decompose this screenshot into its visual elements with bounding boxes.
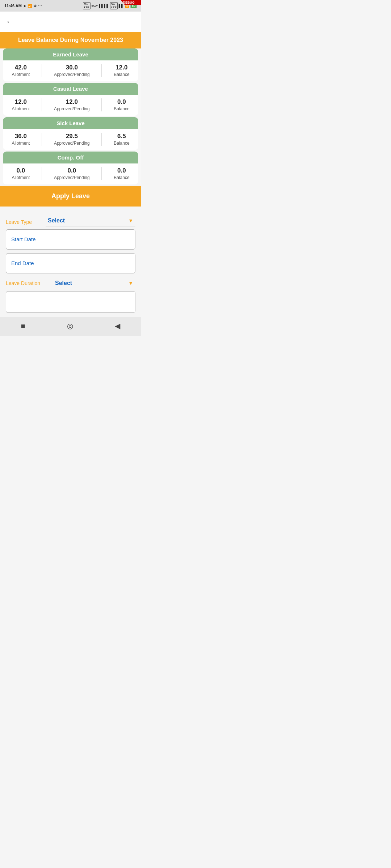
balance-section-header: Leave Balance During November 2023 bbox=[0, 32, 141, 48]
comp-off-stats: 0.0 Allotment 0.0 Approved/Pending 0.0 B… bbox=[3, 163, 138, 184]
earned-leave-stats: 42.0 Allotment 30.0 Approved/Pending 12.… bbox=[3, 60, 138, 81]
more-icon: ··· bbox=[38, 4, 42, 8]
sick-allotment: 36.0 Allotment bbox=[12, 133, 30, 146]
earned-balance: 12.0 Balance bbox=[114, 64, 129, 77]
start-date-placeholder: Start Date bbox=[11, 236, 36, 242]
status-bar: 11:46 AM ➤ 📶 ⚙ ··· VoLTE 5G+ ▌▌▌▌ VoLTE … bbox=[0, 0, 141, 12]
signal-bars: ▌▌▌▌ bbox=[99, 4, 109, 8]
casual-balance: 0.0 Balance bbox=[114, 98, 129, 111]
settings-icon: ⚙ bbox=[33, 4, 37, 8]
sick-leave-card: Sick Leave 36.0 Allotment 29.5 Approved/… bbox=[3, 117, 138, 150]
remarks-input[interactable] bbox=[6, 291, 135, 313]
leave-type-dropdown-icon: ▼ bbox=[128, 218, 133, 224]
earned-leave-card: Earned Leave 42.0 Allotment 30.0 Approve… bbox=[3, 48, 138, 81]
casual-allotment: 12.0 Allotment bbox=[12, 98, 30, 111]
wifi-icon: 📶 bbox=[28, 4, 32, 8]
comp-off-card: Comp. Off 0.0 Allotment 0.0 Approved/Pen… bbox=[3, 152, 138, 184]
signal-bars-2: ▌▌ bbox=[119, 4, 124, 8]
time-display: 11:46 AM bbox=[4, 4, 22, 8]
network-vo-lte: VoLTE bbox=[83, 2, 91, 9]
top-nav: ← bbox=[0, 12, 141, 32]
leave-duration-select-wrapper[interactable]: Select ▼ bbox=[53, 280, 135, 286]
sick-approved: 29.5 Approved/Pending bbox=[54, 133, 90, 146]
back-button[interactable]: ← bbox=[6, 17, 14, 26]
casual-approved: 12.0 Approved/Pending bbox=[54, 98, 90, 111]
start-date-input[interactable]: Start Date bbox=[6, 229, 135, 250]
end-date-input[interactable]: End Date bbox=[6, 253, 135, 273]
leave-type-label: Leave Type bbox=[6, 219, 46, 225]
leave-duration-label: Leave Duration bbox=[6, 280, 53, 286]
leave-type-select-text: Select bbox=[48, 217, 65, 224]
compoff-approved: 0.0 Approved/Pending bbox=[54, 167, 90, 180]
compoff-allotment: 0.0 Allotment bbox=[12, 167, 30, 180]
home-button[interactable]: ◎ bbox=[67, 322, 73, 330]
leave-type-select-wrapper[interactable]: Select ▼ bbox=[46, 217, 135, 226]
leave-duration-dropdown-icon: ▼ bbox=[128, 280, 133, 286]
comp-off-header: Comp. Off bbox=[3, 152, 138, 163]
back-nav-button[interactable]: ◀ bbox=[115, 322, 120, 330]
bottom-nav-bar: ■ ◎ ◀ bbox=[0, 317, 141, 336]
casual-leave-card: Casual Leave 12.0 Allotment 12.0 Approve… bbox=[3, 83, 138, 116]
earned-approved: 30.0 Approved/Pending bbox=[54, 64, 90, 77]
casual-leave-stats: 12.0 Allotment 12.0 Approved/Pending 0.0… bbox=[3, 95, 138, 116]
apply-leave-button[interactable]: Apply Leave bbox=[0, 186, 141, 207]
sick-leave-stats: 36.0 Allotment 29.5 Approved/Pending 6.5… bbox=[3, 129, 138, 150]
network-vo-lte-2: VoLTE bbox=[110, 2, 118, 9]
casual-leave-header: Casual Leave bbox=[3, 83, 138, 95]
leave-duration-select-text: Select bbox=[55, 280, 72, 286]
location-icon: ➤ bbox=[23, 4, 26, 8]
leave-duration-row: Leave Duration Select ▼ bbox=[6, 277, 135, 288]
balance-header-title: Leave Balance During November 2023 bbox=[18, 37, 123, 43]
leave-type-row: Leave Type Select ▼ bbox=[6, 214, 135, 228]
compoff-balance: 0.0 Balance bbox=[114, 167, 129, 180]
sick-leave-header: Sick Leave bbox=[3, 117, 138, 129]
stop-button[interactable]: ■ bbox=[21, 322, 25, 330]
end-date-placeholder: End Date bbox=[11, 260, 34, 266]
leave-form: Leave Type Select ▼ Start Date End Date … bbox=[0, 207, 141, 317]
earned-leave-header: Earned Leave bbox=[3, 48, 138, 60]
earned-allotment: 42.0 Allotment bbox=[12, 64, 30, 77]
sick-balance: 6.5 Balance bbox=[114, 133, 129, 146]
leave-cards-container: Earned Leave 42.0 Allotment 30.0 Approve… bbox=[0, 48, 141, 184]
network-5g: 5G+ bbox=[92, 4, 98, 8]
